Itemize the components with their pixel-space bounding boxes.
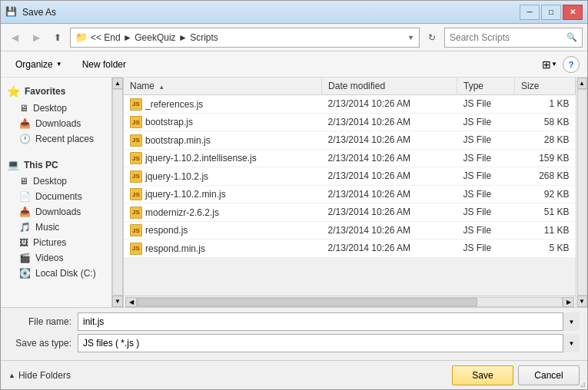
action-bar: ▲ Hide Folders Save Cancel bbox=[1, 360, 587, 389]
js-file-icon: JS bbox=[130, 207, 142, 219]
col-date[interactable]: Date modified bbox=[322, 78, 457, 95]
view-arrow: ▼ bbox=[551, 61, 557, 68]
vertical-scrollbar: ▲ ▼ bbox=[576, 78, 587, 307]
js-file-icon: JS bbox=[130, 243, 142, 255]
view-button[interactable]: ⊞ ▼ bbox=[541, 56, 558, 73]
v-scroll-down-btn[interactable]: ▼ bbox=[577, 296, 587, 307]
js-file-icon: JS bbox=[130, 98, 142, 111]
downloads-label: Downloads bbox=[35, 207, 81, 217]
save-as-window: 💾 Save As ─ □ ✕ ◀ ▶ ⬆ 📁 << End ► GeekQui… bbox=[0, 0, 588, 390]
back-button[interactable]: ◀ bbox=[5, 28, 24, 47]
file-date: 2/13/2014 10:26 AM bbox=[322, 185, 457, 203]
maximize-button[interactable]: □ bbox=[541, 5, 561, 20]
main-content: ▲ ⭐ Favorites 🖥 Desktop 📥 Downloads 🕐 R bbox=[1, 78, 587, 307]
sidebar-item-downloads[interactable]: 📥 Downloads bbox=[1, 204, 111, 220]
filetype-select[interactable]: JS files ( *.js ) bbox=[78, 334, 580, 352]
v-scroll-up-btn[interactable]: ▲ bbox=[577, 78, 587, 89]
file-date: 2/13/2014 10:26 AM bbox=[322, 221, 457, 240]
recent-places-label: Recent places bbox=[35, 134, 94, 144]
downloads-fav-icon: 📥 bbox=[19, 118, 31, 129]
downloads-fav-label: Downloads bbox=[35, 118, 81, 129]
filetype-label: Save as type: bbox=[8, 338, 78, 349]
file-type: JS File bbox=[457, 131, 514, 150]
sidebar-item-desktop[interactable]: 🖥 Desktop bbox=[1, 174, 111, 189]
file-type: JS File bbox=[457, 221, 514, 240]
sidebar-item-desktop-fav[interactable]: 🖥 Desktop bbox=[1, 101, 111, 116]
minimize-button[interactable]: ─ bbox=[520, 5, 540, 20]
organize-button[interactable]: Organize ▼ bbox=[8, 56, 69, 73]
desktop-label: Desktop bbox=[33, 176, 67, 187]
sidebar-item-recent-places[interactable]: 🕐 Recent places bbox=[1, 131, 111, 147]
documents-icon: 📄 bbox=[19, 191, 31, 202]
table-row[interactable]: JS jquery-1.10.2.min.js 2/13/2014 10:26 … bbox=[124, 185, 576, 203]
file-name: jquery-1.10.2.js bbox=[145, 171, 208, 182]
favorites-header[interactable]: ⭐ Favorites bbox=[1, 82, 111, 101]
table-row[interactable]: JS bootstrap.js 2/13/2014 10:26 AM JS Fi… bbox=[124, 113, 576, 131]
search-box: 🔍 bbox=[444, 28, 583, 48]
new-folder-button[interactable]: New folder bbox=[75, 56, 133, 73]
horizontal-scrollbar: ◀ ▶ bbox=[124, 296, 576, 307]
breadcrumb-dropdown-arrow[interactable]: ▼ bbox=[407, 34, 414, 41]
h-scroll-left-btn[interactable]: ◀ bbox=[125, 297, 137, 307]
hide-folders-button[interactable]: ▲ Hide Folders bbox=[8, 370, 71, 381]
desktop-icon: 🖥 bbox=[19, 176, 28, 187]
file-name: _references.js bbox=[145, 99, 203, 110]
local-disk-label: Local Disk (C:) bbox=[35, 268, 96, 279]
table-row[interactable]: JS respond.min.js 2/13/2014 10:26 AM JS … bbox=[124, 240, 576, 258]
toolbar: Organize ▼ New folder ⊞ ▼ ? bbox=[1, 51, 587, 78]
refresh-button[interactable]: ↻ bbox=[423, 28, 441, 47]
title-bar-left: 💾 Save As bbox=[5, 6, 56, 18]
file-date: 2/13/2014 10:26 AM bbox=[322, 167, 457, 186]
up-button[interactable]: ⬆ bbox=[48, 28, 67, 47]
breadcrumb-box[interactable]: 📁 << End ► GeekQuiz ► Scripts ▼ bbox=[70, 28, 420, 48]
file-size: 159 KB bbox=[515, 149, 576, 167]
col-type[interactable]: Type bbox=[457, 78, 514, 95]
table-row[interactable]: JS _references.js 2/13/2014 10:26 AM JS … bbox=[124, 95, 576, 114]
table-row[interactable]: JS jquery-1.10.2.intellisense.js 2/13/20… bbox=[124, 149, 576, 167]
sidebar-scroll-up-btn[interactable]: ▲ bbox=[112, 78, 123, 89]
this-pc-section: 💻 This PC 🖥 Desktop 📄 Documents 📥 Downlo… bbox=[1, 151, 111, 286]
sidebar-scroll-down-btn[interactable]: ▼ bbox=[112, 296, 123, 307]
pictures-label: Pictures bbox=[33, 237, 66, 248]
this-pc-header[interactable]: 💻 This PC bbox=[1, 156, 111, 174]
sidebar-item-videos[interactable]: 🎬 Videos bbox=[1, 250, 111, 266]
cancel-button[interactable]: Cancel bbox=[518, 365, 580, 385]
help-button[interactable]: ? bbox=[563, 56, 580, 73]
filename-dropdown-btn[interactable]: ▼ bbox=[563, 312, 580, 331]
search-input[interactable] bbox=[450, 32, 566, 43]
file-size: 51 KB bbox=[515, 203, 576, 222]
music-icon: 🎵 bbox=[19, 222, 31, 233]
filename-input-wrap: ▼ bbox=[78, 312, 580, 331]
sidebar-item-pictures[interactable]: 🖼 Pictures bbox=[1, 235, 111, 250]
h-scroll-right-btn[interactable]: ▶ bbox=[563, 297, 574, 307]
hide-folders-icon: ▲ bbox=[8, 372, 15, 379]
table-row[interactable]: JS jquery-1.10.2.js 2/13/2014 10:26 AM J… bbox=[124, 167, 576, 186]
table-row[interactable]: JS respond.js 2/13/2014 10:26 AM JS File… bbox=[124, 221, 576, 240]
sidebar-item-downloads-fav[interactable]: 📥 Downloads bbox=[1, 116, 111, 131]
close-button[interactable]: ✕ bbox=[563, 5, 583, 20]
cancel-label: Cancel bbox=[534, 370, 563, 381]
filename-label: File name: bbox=[8, 316, 78, 327]
sidebar-item-music[interactable]: 🎵 Music bbox=[1, 220, 111, 235]
resize-handle[interactable]: ⊿ bbox=[576, 378, 588, 390]
sidebar-item-local-disk[interactable]: 💽 Local Disk (C:) bbox=[1, 266, 111, 281]
col-size[interactable]: Size bbox=[515, 78, 576, 95]
forward-button[interactable]: ▶ bbox=[27, 28, 45, 47]
save-button[interactable]: Save bbox=[452, 365, 513, 385]
h-scroll-thumb bbox=[138, 298, 477, 306]
v-scroll-track[interactable] bbox=[577, 89, 587, 296]
file-date: 2/13/2014 10:26 AM bbox=[322, 113, 457, 131]
file-name: bootstrap.js bbox=[145, 117, 193, 127]
filename-input[interactable] bbox=[78, 312, 580, 331]
js-file-icon: JS bbox=[130, 170, 142, 183]
table-row[interactable]: JS bootstrap.min.js 2/13/2014 10:26 AM J… bbox=[124, 131, 576, 150]
col-name[interactable]: Name ▲ bbox=[124, 78, 322, 95]
file-type: JS File bbox=[457, 95, 514, 114]
file-name: modernizr-2.6.2.js bbox=[145, 207, 219, 218]
new-folder-label: New folder bbox=[82, 59, 126, 70]
file-type: JS File bbox=[457, 149, 514, 167]
breadcrumb-text: << End ► GeekQuiz ► Scripts bbox=[91, 32, 218, 43]
sidebar-item-documents[interactable]: 📄 Documents bbox=[1, 189, 111, 204]
table-row[interactable]: JS modernizr-2.6.2.js 2/13/2014 10:26 AM… bbox=[124, 203, 576, 222]
h-scroll-track[interactable] bbox=[137, 297, 563, 307]
